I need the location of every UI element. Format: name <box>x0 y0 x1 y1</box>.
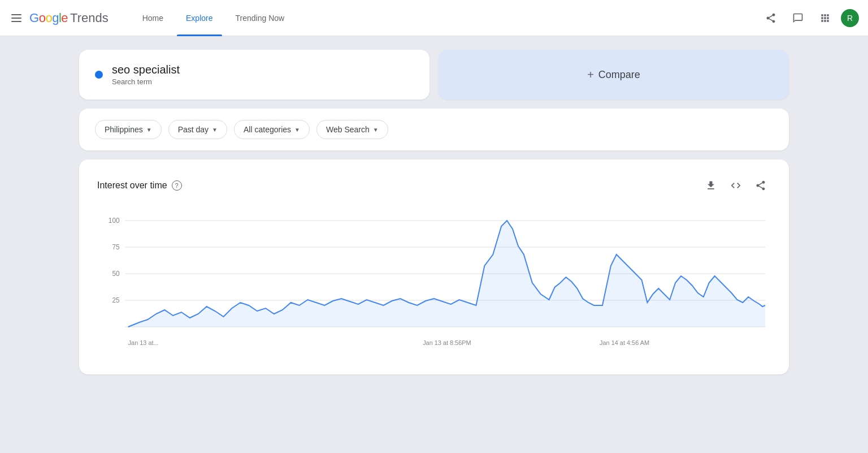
compare-card[interactable]: + Compare <box>439 50 789 100</box>
country-filter-label: Philippines <box>105 125 143 134</box>
header-left: Google Trends Home Explore Trending Now <box>9 0 293 36</box>
svg-text:Jan 13 at...: Jan 13 at... <box>128 339 159 346</box>
share-icon <box>765 12 776 24</box>
svg-text:100: 100 <box>108 217 120 225</box>
messages-button[interactable] <box>787 7 809 29</box>
country-chevron-icon: ▼ <box>146 127 152 133</box>
chart-share-icon <box>755 180 766 191</box>
search-type-filter[interactable]: Web Search ▼ <box>316 120 388 139</box>
header: Google Trends Home Explore Trending Now … <box>0 0 868 36</box>
menu-icon[interactable] <box>9 11 23 25</box>
embed-icon <box>730 180 741 191</box>
search-term-card: seo specialist Search term <box>79 50 429 100</box>
chart-title: Interest over time <box>97 180 167 191</box>
nav-item-trending[interactable]: Trending Now <box>227 0 294 36</box>
trends-logo-text: Trends <box>70 11 108 25</box>
svg-text:50: 50 <box>112 270 120 278</box>
nav-item-explore[interactable]: Explore <box>177 0 222 36</box>
time-filter[interactable]: Past day ▼ <box>168 120 227 139</box>
header-right: R <box>760 7 859 29</box>
svg-text:75: 75 <box>112 243 120 251</box>
chart-header: Interest over time ? <box>97 175 771 196</box>
google-logo-text: Google <box>29 11 68 25</box>
time-chevron-icon: ▼ <box>212 127 218 133</box>
svg-text:Jan 14 at 4:56 AM: Jan 14 at 4:56 AM <box>600 339 649 346</box>
category-filter[interactable]: All categories ▼ <box>234 120 310 139</box>
messages-icon <box>792 12 804 24</box>
avatar[interactable]: R <box>841 9 859 27</box>
filters-card: Philippines ▼ Past day ▼ All categories … <box>79 109 789 150</box>
apps-button[interactable] <box>814 7 836 29</box>
main-nav: Home Explore Trending Now <box>133 0 293 36</box>
country-filter[interactable]: Philippines ▼ <box>95 120 162 139</box>
search-term-type: Search term <box>112 77 180 86</box>
chart-svg: 100 75 50 25 Jan 13 at... Jan 13 at 8:56… <box>97 209 771 356</box>
category-filter-label: All categories <box>244 125 291 134</box>
nav-item-home[interactable]: Home <box>133 0 172 36</box>
embed-button[interactable] <box>726 175 746 196</box>
main-content: seo specialist Search term + Compare Phi… <box>0 36 868 388</box>
download-icon <box>705 180 717 191</box>
svg-text:Jan 13 at 8:56PM: Jan 13 at 8:56PM <box>423 339 471 346</box>
category-chevron-icon: ▼ <box>294 127 300 133</box>
time-filter-label: Past day <box>178 125 209 134</box>
chart-actions <box>701 175 771 196</box>
search-type-filter-label: Web Search <box>326 125 370 134</box>
svg-text:25: 25 <box>112 296 120 304</box>
search-term-text: seo specialist <box>112 63 180 76</box>
chart-container: 100 75 50 25 Jan 13 at... Jan 13 at 8:56… <box>97 209 771 359</box>
share-button[interactable] <box>760 7 782 29</box>
search-type-chevron-icon: ▼ <box>373 127 379 133</box>
search-term-info: seo specialist Search term <box>112 63 180 86</box>
apps-icon <box>819 12 831 24</box>
search-dot-indicator <box>95 71 103 79</box>
search-compare-row: seo specialist Search term + Compare <box>79 50 789 100</box>
compare-label: Compare <box>598 69 640 81</box>
google-trends-logo[interactable]: Google Trends <box>29 11 108 25</box>
compare-plus-icon: + <box>587 68 594 81</box>
help-icon[interactable]: ? <box>172 180 182 191</box>
interest-over-time-card: Interest over time ? <box>79 159 789 374</box>
chart-title-row: Interest over time ? <box>97 180 182 191</box>
chart-share-button[interactable] <box>750 175 771 196</box>
download-button[interactable] <box>701 175 721 196</box>
